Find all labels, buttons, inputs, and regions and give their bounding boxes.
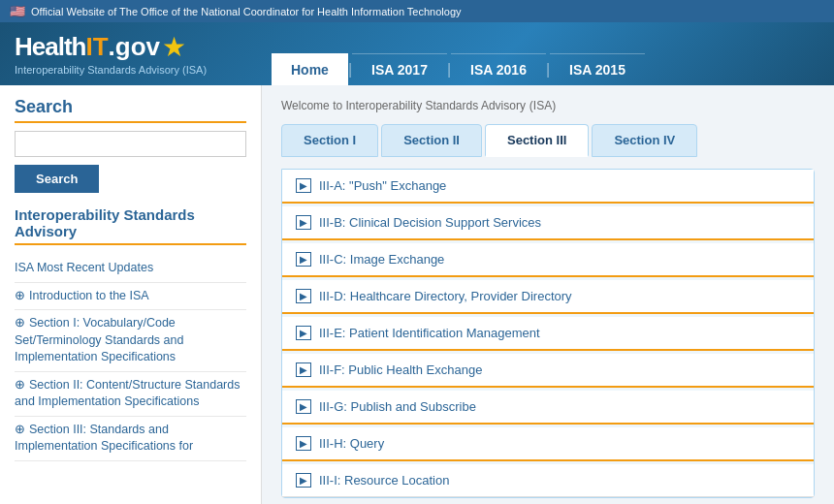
- section-item[interactable]: ▶ III-E: Patient Identification Manageme…: [282, 317, 814, 351]
- sidebar-menu-item[interactable]: ⊕Introduction to the ISA: [15, 283, 246, 311]
- sidebar-section-title: Interoperability Standards Advisory: [15, 206, 246, 245]
- logo-subtitle: Interoperability Standards Advisory (ISA…: [15, 64, 242, 76]
- section-item[interactable]: ▶ III-F: Public Health Exchange: [282, 354, 814, 388]
- search-input[interactable]: [15, 131, 246, 157]
- section-item-link[interactable]: III-H: Query: [319, 436, 384, 451]
- expand-arrow-icon: ▶: [296, 326, 311, 340]
- sidebar-menu-link[interactable]: Introduction to the ISA: [29, 289, 149, 302]
- sidebar-menu-link[interactable]: Section I: Vocabulary/Code Set/Terminolo…: [15, 316, 183, 363]
- expand-arrow-icon: ▶: [296, 473, 311, 488]
- header: Health IT .gov ★ Interoperability Standa…: [0, 22, 834, 85]
- main-layout: Search Search Interoperability Standards…: [0, 85, 834, 504]
- section-item[interactable]: ▶ III-D: Healthcare Directory, Provider …: [282, 280, 814, 314]
- sidebar-menu-item[interactable]: ⊕Section II: Content/Structure Standards…: [15, 372, 246, 417]
- section-item[interactable]: ▶ III-G: Publish and Subscribe: [282, 391, 814, 425]
- logo-title: Health IT .gov ★: [15, 32, 242, 62]
- section-tabs: Section I Section II Section III Section…: [281, 124, 815, 157]
- circle-icon: ⊕: [15, 289, 25, 302]
- expand-arrow-icon: ▶: [296, 399, 311, 414]
- section-item-link[interactable]: III-E: Patient Identification Management: [319, 326, 540, 340]
- sidebar-menu-link[interactable]: Section III: Standards and Implementatio…: [15, 423, 193, 454]
- section-item-link[interactable]: III-B: Clinical Decision Support Service…: [319, 215, 541, 230]
- logo-it: IT: [85, 32, 108, 62]
- sidebar-menu-item[interactable]: ⊕Section III: Standards and Implementati…: [15, 417, 246, 461]
- section-item-link[interactable]: III-I: Resource Location: [319, 473, 449, 488]
- nav-isa2016[interactable]: ISA 2016: [451, 53, 546, 85]
- nav-isa2015[interactable]: ISA 2015: [550, 53, 645, 85]
- section-item[interactable]: ▶ III-B: Clinical Decision Support Servi…: [282, 206, 814, 240]
- section-item-link[interactable]: III-D: Healthcare Directory, Provider Di…: [319, 289, 572, 303]
- section-items-list: ▶ III-A: "Push" Exchange ▶ III-B: Clinic…: [281, 169, 815, 498]
- search-title: Search: [15, 97, 246, 123]
- section-item-link[interactable]: III-G: Publish and Subscribe: [319, 399, 476, 414]
- sidebar-menu-item[interactable]: ISA Most Recent Updates: [15, 255, 246, 283]
- logo-area: Health IT .gov ★ Interoperability Standa…: [0, 22, 262, 85]
- circle-icon: ⊕: [15, 316, 25, 330]
- nav-home[interactable]: Home: [272, 53, 348, 85]
- sidebar-menu-item[interactable]: ⊕Section I: Vocabulary/Code Set/Terminol…: [15, 310, 246, 372]
- section-item-link[interactable]: III-C: Image Exchange: [319, 252, 444, 267]
- sidebar-menu-link[interactable]: ISA Most Recent Updates: [15, 261, 153, 274]
- expand-arrow-icon: ▶: [296, 215, 311, 230]
- nav-tabs: Home | ISA 2017 | ISA 2016 | ISA 2015: [262, 53, 834, 85]
- sidebar: Search Search Interoperability Standards…: [0, 85, 262, 504]
- nav-area: Home | ISA 2017 | ISA 2016 | ISA 2015: [262, 22, 834, 85]
- expand-arrow-icon: ▶: [296, 289, 311, 303]
- content-area: Welcome to Interoperability Standards Ad…: [262, 85, 834, 504]
- top-bar-text: Official Website of The Office of the Na…: [31, 6, 462, 17]
- expand-arrow-icon: ▶: [296, 436, 311, 451]
- welcome-text: Welcome to Interoperability Standards Ad…: [281, 97, 815, 112]
- nav-isa2017[interactable]: ISA 2017: [352, 53, 447, 85]
- tab-section-ii[interactable]: Section II: [381, 124, 482, 157]
- expand-arrow-icon: ▶: [296, 178, 311, 193]
- expand-arrow-icon: ▶: [296, 252, 311, 267]
- section-item-link[interactable]: III-F: Public Health Exchange: [319, 362, 482, 377]
- tab-section-iv[interactable]: Section IV: [592, 124, 697, 157]
- expand-arrow-icon: ▶: [296, 362, 311, 377]
- section-item[interactable]: ▶ III-C: Image Exchange: [282, 243, 814, 277]
- logo-star-icon: ★: [162, 34, 186, 61]
- section-item-link[interactable]: III-A: "Push" Exchange: [319, 178, 446, 193]
- top-bar: 🇺🇸 Official Website of The Office of the…: [0, 0, 834, 22]
- section-item[interactable]: ▶ III-A: "Push" Exchange: [282, 170, 814, 204]
- section-item[interactable]: ▶ III-I: Resource Location: [282, 464, 814, 497]
- sidebar-menu-link[interactable]: Section II: Content/Structure Standards …: [15, 378, 240, 409]
- logo-gov: .gov: [109, 32, 160, 62]
- sidebar-menu: ISA Most Recent Updates⊕Introduction to …: [15, 255, 246, 461]
- circle-icon: ⊕: [15, 378, 25, 392]
- tab-section-iii[interactable]: Section III: [485, 124, 589, 157]
- section-item[interactable]: ▶ III-H: Query: [282, 427, 814, 461]
- logo-health: Health: [15, 32, 85, 62]
- flag-icon: 🇺🇸: [10, 4, 25, 18]
- circle-icon: ⊕: [15, 423, 25, 436]
- search-button[interactable]: Search: [15, 165, 99, 193]
- tab-section-i[interactable]: Section I: [281, 124, 378, 157]
